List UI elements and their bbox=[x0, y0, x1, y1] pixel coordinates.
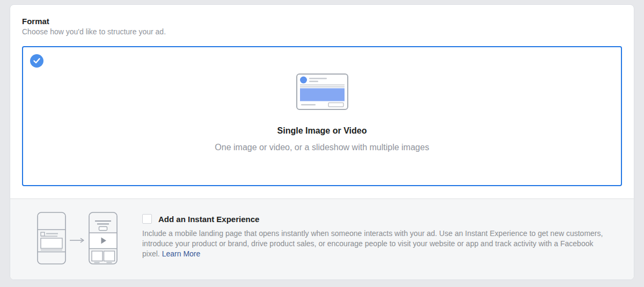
instant-experience-section: Add an Instant Experience Include a mobi… bbox=[10, 198, 634, 279]
arrow-right-icon bbox=[70, 236, 85, 245]
instant-experience-description: Include a mobile landing page that opens… bbox=[142, 229, 622, 259]
phone-ad-icon bbox=[37, 212, 66, 267]
single-image-post-icon bbox=[296, 73, 348, 112]
phone-instant-experience-icon bbox=[89, 212, 118, 267]
format-option-description: One image or video, or a slideshow with … bbox=[215, 143, 429, 152]
section-title: Format bbox=[22, 17, 622, 26]
mobile-landing-page-illustration bbox=[37, 212, 118, 279]
instant-experience-checkbox[interactable] bbox=[142, 214, 152, 224]
selected-check-icon bbox=[30, 54, 43, 68]
format-panel: Format Choose how you'd like to structur… bbox=[10, 4, 634, 280]
instant-experience-text: Add an Instant Experience Include a mobi… bbox=[142, 212, 622, 279]
instant-experience-label: Add an Instant Experience bbox=[158, 215, 259, 224]
format-option-single-image[interactable]: Single Image or Video One image or video… bbox=[22, 46, 622, 186]
format-option-title: Single Image or Video bbox=[277, 126, 367, 136]
instant-experience-description-text: Include a mobile landing page that opens… bbox=[142, 229, 603, 258]
learn-more-link[interactable]: Learn More bbox=[162, 249, 201, 258]
format-section: Format Choose how you'd like to structur… bbox=[10, 5, 634, 198]
section-subtitle: Choose how you'd like to structure your … bbox=[22, 27, 622, 36]
